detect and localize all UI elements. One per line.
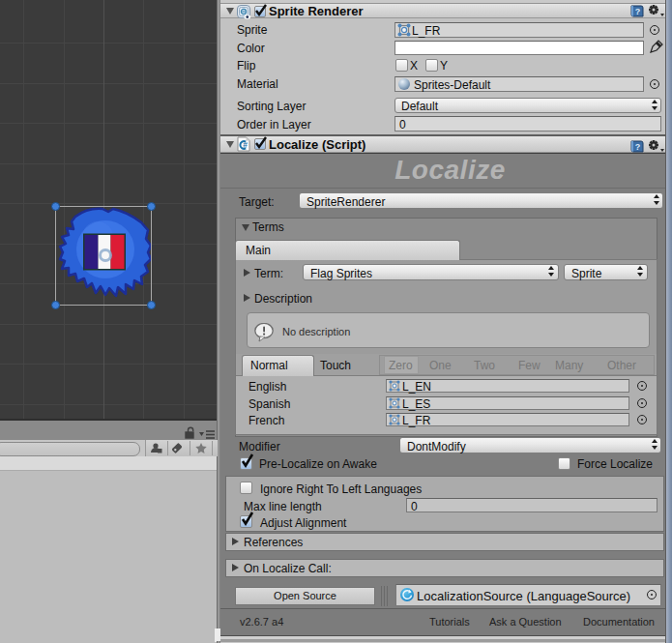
svg-text:?: ? [635,7,641,16]
svg-text:?: ? [635,142,641,152]
svg-text:#: # [243,140,248,150]
